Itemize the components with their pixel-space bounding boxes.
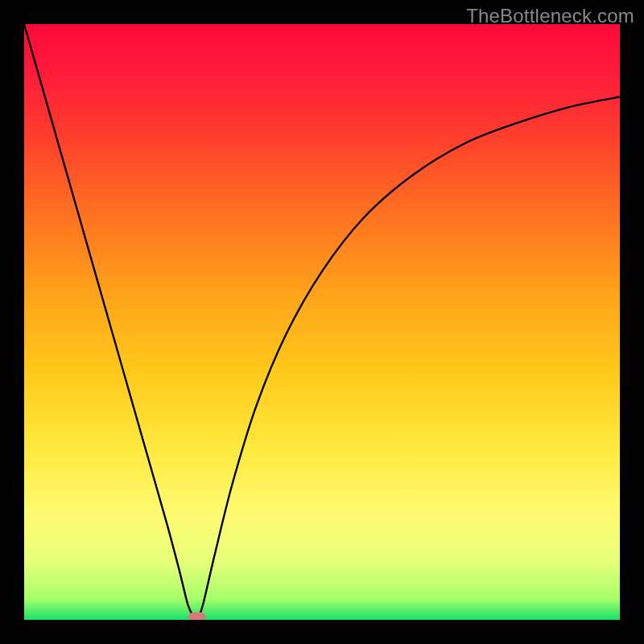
chart-frame: TheBottleneck.com: [0, 0, 644, 644]
chart-plot-area: [24, 24, 620, 620]
gradient-background: [24, 24, 620, 620]
bottleneck-chart: [24, 24, 620, 620]
watermark-text: TheBottleneck.com: [466, 5, 634, 27]
